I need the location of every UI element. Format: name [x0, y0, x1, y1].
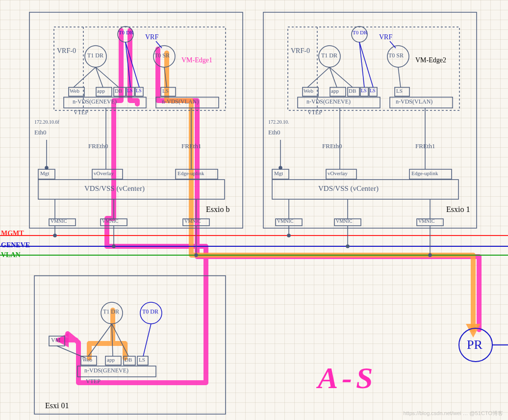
h1-vmedge: VM-Edge1 [181, 56, 212, 64]
h2-freth0: FREth0 [322, 142, 342, 150]
h3-name: Esxi 01 [45, 401, 69, 410]
h1-db: DB [115, 88, 122, 94]
h1-t0dr: T0 DR [119, 29, 133, 35]
h3-vtep: VTEP [86, 378, 101, 385]
h1-freth0: FREth0 [88, 142, 108, 150]
svg-line-60 [398, 67, 401, 87]
svg-line-15 [74, 67, 96, 87]
h1-vrf0: VRF-0 [57, 47, 76, 55]
h1-t0sr: T0 SR [154, 52, 170, 59]
h1-ls1: LS [127, 88, 133, 93]
h1-ethip: 172.20.10.6f [34, 119, 59, 125]
h2-web: Web [304, 88, 313, 94]
h3-db: DB [125, 357, 132, 363]
h2-app: app [331, 88, 339, 94]
h2-vtep: VTEP [307, 109, 322, 116]
h1-edgeup: Edge-uplink [178, 170, 204, 176]
svg-point-32 [53, 234, 56, 237]
h2-ls3: LS [396, 88, 403, 94]
h2-vrf0: VRF-0 [291, 47, 310, 55]
svg-line-93 [143, 324, 151, 356]
h2-t1dr: T1 DR [321, 52, 337, 59]
h3-nvds: n-VDS(GENEVE) [84, 367, 128, 374]
as-label: A-S [318, 361, 377, 395]
h2-edgeup: Edge-uplink [411, 170, 438, 176]
h1-name: Esxio b [206, 205, 229, 214]
h1-ls2: LS [136, 88, 142, 93]
h1-freth1: FREth1 [181, 142, 201, 150]
h2-vrf: VRF [379, 33, 392, 41]
svg-rect-81 [34, 276, 226, 414]
svg-rect-41 [263, 12, 477, 228]
svg-point-76 [346, 245, 349, 248]
h1-vmnic1: VMNIC [51, 218, 67, 224]
h1-vdsvss: VDS/VSS (vCenter) [84, 184, 145, 193]
h1-eth0: Eth0 [34, 129, 47, 136]
geneve-label: GENEVE [1, 241, 30, 249]
svg-line-55 [307, 67, 330, 87]
h2-vmedge: VM-Edge2 [415, 56, 446, 64]
h1-ls3: LS [162, 88, 169, 94]
host3 [34, 276, 226, 414]
svg-line-94 [57, 346, 86, 358]
svg-line-59 [359, 42, 373, 87]
h3-vm: VM [51, 337, 60, 344]
h1-vrf: VRF [145, 33, 158, 41]
h2-db: DB [349, 88, 356, 94]
h1-nvds-vlan: n-VDS(VLAN) [162, 98, 199, 105]
h1-app: app [97, 88, 105, 94]
h2-mgt: Mgt [274, 170, 283, 176]
svg-rect-1 [29, 12, 243, 228]
h3-app: app [107, 357, 115, 363]
svg-point-40 [195, 254, 198, 257]
h2-vmnic3: VMNIC [418, 218, 434, 224]
h2-nvds-geneve: n-VDS(GENEVE) [306, 98, 351, 105]
h2-freth1: FREth1 [415, 142, 435, 150]
h2-ls2: LS [370, 88, 376, 93]
h2-ethip: 172.20.10. [268, 119, 289, 125]
svg-line-58 [359, 42, 364, 87]
svg-point-36 [112, 245, 115, 248]
svg-point-22 [45, 166, 48, 169]
svg-point-62 [279, 166, 282, 169]
h1-t1dr: T1 DR [87, 52, 103, 59]
h3-t0dr: T0 DR [142, 308, 158, 315]
h3-ls: LS [139, 357, 145, 363]
h2-name: Esxio 1 [446, 205, 470, 214]
h3-web: Web [82, 357, 92, 363]
svg-point-72 [287, 234, 290, 237]
h1-overlay: vOverlay [94, 170, 114, 176]
h2-overlay: vOverlay [328, 170, 348, 176]
h2-eth0: Eth0 [268, 129, 280, 136]
h2-vdsvss: VDS/VSS (vCenter) [318, 184, 379, 193]
h1-vmnic3: VMNIC [184, 218, 201, 224]
h2-nvds-vlan: n-VDS(VLAN) [396, 98, 432, 105]
h1-mgt: Mgt [40, 170, 49, 176]
h1-web: Web [70, 88, 79, 94]
h2-t0sr: T0 SR [388, 52, 404, 59]
h1-vmnic2: VMNIC [102, 218, 118, 224]
vlan-label: VLAN [1, 251, 21, 259]
highlight-pink-path [59, 30, 479, 383]
svg-point-80 [429, 254, 432, 257]
svg-line-90 [88, 324, 112, 356]
h2-vmnic2: VMNIC [336, 218, 352, 224]
h2-t0dr: T0 DR [353, 29, 367, 35]
mgmt-label: MGMT [1, 230, 24, 237]
pr-label: PR [467, 338, 483, 352]
h1-vtep: VTEP [74, 109, 88, 116]
h3-t1dr: T1 DR [103, 308, 119, 315]
h1-nvds-geneve: n-VDS(GENEVE) [73, 98, 117, 105]
h2-vmnic1: VMNIC [277, 218, 293, 224]
watermark: https://blog.csdn.net/wei … @51CTO博客 [403, 410, 503, 417]
h2-ls1: LS [361, 88, 367, 93]
